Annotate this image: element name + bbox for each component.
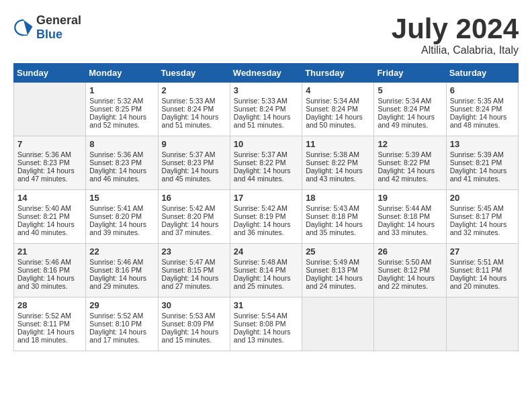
calendar-cell: 14Sunrise: 5:40 AMSunset: 8:21 PMDayligh… (14, 190, 86, 244)
calendar-cell: 5Sunrise: 5:34 AMSunset: 8:24 PMDaylight… (374, 83, 446, 136)
calendar-cell: 3Sunrise: 5:33 AMSunset: 8:24 PMDaylight… (230, 83, 302, 136)
daylight-text: Daylight: 14 hours and 51 minutes. (234, 113, 298, 129)
sunrise-text: Sunrise: 5:34 AM (378, 97, 442, 105)
sunset-text: Sunset: 8:18 PM (378, 212, 442, 220)
sunset-text: Sunset: 8:24 PM (378, 105, 442, 113)
sunset-text: Sunset: 8:24 PM (162, 105, 226, 113)
day-number: 15 (89, 193, 154, 203)
day-number: 12 (378, 139, 442, 149)
logo-blue: Blue (36, 28, 62, 41)
daylight-text: Daylight: 14 hours and 41 minutes. (450, 167, 515, 183)
daylight-text: Daylight: 14 hours and 25 minutes. (234, 274, 298, 290)
sunset-text: Sunset: 8:08 PM (234, 320, 298, 328)
day-number: 21 (17, 246, 82, 257)
sunrise-text: Sunrise: 5:39 AM (450, 150, 515, 158)
sunset-text: Sunset: 8:13 PM (306, 266, 370, 274)
sunset-text: Sunset: 8:24 PM (234, 105, 298, 113)
week-row-4: 21Sunrise: 5:46 AMSunset: 8:16 PMDayligh… (14, 244, 519, 298)
calendar-cell: 19Sunrise: 5:44 AMSunset: 8:18 PMDayligh… (374, 190, 446, 244)
calendar-cell: 8Sunrise: 5:36 AMSunset: 8:23 PMDaylight… (86, 136, 158, 190)
calendar-cell: 25Sunrise: 5:49 AMSunset: 8:13 PMDayligh… (302, 244, 374, 298)
sunrise-text: Sunrise: 5:36 AM (17, 150, 82, 158)
daylight-text: Daylight: 14 hours and 24 minutes. (306, 274, 370, 290)
daylight-text: Daylight: 14 hours and 45 minutes. (162, 167, 226, 183)
day-number: 6 (450, 85, 515, 95)
calendar-cell: 28Sunrise: 5:52 AMSunset: 8:11 PMDayligh… (14, 298, 86, 351)
calendar-cell: 18Sunrise: 5:43 AMSunset: 8:18 PMDayligh… (302, 190, 374, 244)
sunset-text: Sunset: 8:19 PM (234, 212, 298, 220)
weekday-header-wednesday: Wednesday (230, 64, 302, 83)
day-number: 2 (162, 85, 226, 95)
day-number: 19 (378, 193, 442, 203)
calendar-cell: 20Sunrise: 5:45 AMSunset: 8:17 PMDayligh… (446, 190, 518, 244)
logo-icon (13, 17, 34, 38)
calendar-cell: 12Sunrise: 5:39 AMSunset: 8:22 PMDayligh… (374, 136, 446, 190)
daylight-text: Daylight: 14 hours and 32 minutes. (450, 220, 515, 236)
sunrise-text: Sunrise: 5:52 AM (89, 312, 154, 320)
sunset-text: Sunset: 8:24 PM (450, 105, 515, 113)
sunrise-text: Sunrise: 5:54 AM (234, 312, 298, 320)
sunrise-text: Sunrise: 5:40 AM (17, 204, 82, 212)
sunset-text: Sunset: 8:10 PM (89, 320, 154, 328)
calendar-cell: 7Sunrise: 5:36 AMSunset: 8:23 PMDaylight… (14, 136, 86, 190)
sunrise-text: Sunrise: 5:46 AM (17, 258, 82, 266)
sunrise-text: Sunrise: 5:42 AM (234, 204, 298, 212)
sunrise-text: Sunrise: 5:38 AM (306, 150, 370, 158)
location-subtitle: Altilia, Calabria, Italy (392, 44, 519, 56)
sunrise-text: Sunrise: 5:42 AM (162, 204, 226, 212)
sunrise-text: Sunrise: 5:33 AM (234, 97, 298, 105)
daylight-text: Daylight: 14 hours and 33 minutes. (378, 220, 442, 236)
sunrise-text: Sunrise: 5:34 AM (306, 97, 370, 105)
sunrise-text: Sunrise: 5:39 AM (378, 150, 442, 158)
day-number: 9 (162, 139, 226, 149)
weekday-header-row: SundayMondayTuesdayWednesdayThursdayFrid… (14, 64, 519, 83)
day-number: 10 (234, 139, 298, 149)
sunset-text: Sunset: 8:20 PM (162, 212, 226, 220)
calendar-cell (302, 298, 374, 351)
daylight-text: Daylight: 14 hours and 46 minutes. (89, 167, 154, 183)
daylight-text: Daylight: 14 hours and 18 minutes. (17, 328, 82, 344)
logo-text: General Blue (36, 13, 81, 42)
calendar-cell: 31Sunrise: 5:54 AMSunset: 8:08 PMDayligh… (230, 298, 302, 351)
calendar-cell: 27Sunrise: 5:51 AMSunset: 8:11 PMDayligh… (446, 244, 518, 298)
daylight-text: Daylight: 14 hours and 49 minutes. (378, 113, 442, 129)
calendar-cell (14, 83, 86, 136)
calendar-cell: 30Sunrise: 5:53 AMSunset: 8:09 PMDayligh… (158, 298, 230, 351)
sunset-text: Sunset: 8:23 PM (17, 158, 82, 167)
day-number: 22 (89, 246, 154, 257)
day-number: 26 (378, 246, 442, 257)
day-number: 5 (378, 85, 442, 95)
calendar-cell: 22Sunrise: 5:46 AMSunset: 8:16 PMDayligh… (86, 244, 158, 298)
calendar-cell (446, 298, 518, 351)
weekday-header-thursday: Thursday (302, 64, 374, 83)
calendar-cell: 10Sunrise: 5:37 AMSunset: 8:22 PMDayligh… (230, 136, 302, 190)
sunset-text: Sunset: 8:20 PM (89, 212, 154, 220)
calendar-table: SundayMondayTuesdayWednesdayThursdayFrid… (13, 63, 519, 351)
calendar-cell: 29Sunrise: 5:52 AMSunset: 8:10 PMDayligh… (86, 298, 158, 351)
logo: General Blue (13, 13, 81, 42)
sunset-text: Sunset: 8:23 PM (89, 158, 154, 167)
calendar-cell: 23Sunrise: 5:47 AMSunset: 8:15 PMDayligh… (158, 244, 230, 298)
title-area: July 2024 Altilia, Calabria, Italy (392, 13, 519, 56)
logo-general: General (36, 13, 81, 27)
sunset-text: Sunset: 8:17 PM (450, 212, 515, 220)
sunset-text: Sunset: 8:22 PM (234, 158, 298, 167)
week-row-3: 14Sunrise: 5:40 AMSunset: 8:21 PMDayligh… (14, 190, 519, 244)
day-number: 14 (17, 193, 82, 203)
calendar-cell: 13Sunrise: 5:39 AMSunset: 8:21 PMDayligh… (446, 136, 518, 190)
sunrise-text: Sunrise: 5:43 AM (306, 204, 370, 212)
daylight-text: Daylight: 14 hours and 15 minutes. (162, 328, 226, 344)
day-number: 7 (17, 139, 82, 149)
sunrise-text: Sunrise: 5:50 AM (378, 258, 442, 266)
day-number: 13 (450, 139, 515, 149)
daylight-text: Daylight: 14 hours and 22 minutes. (378, 274, 442, 290)
sunrise-text: Sunrise: 5:32 AM (89, 97, 154, 105)
daylight-text: Daylight: 14 hours and 47 minutes. (17, 167, 82, 183)
sunrise-text: Sunrise: 5:46 AM (89, 258, 154, 266)
calendar-cell: 11Sunrise: 5:38 AMSunset: 8:22 PMDayligh… (302, 136, 374, 190)
daylight-text: Daylight: 14 hours and 13 minutes. (234, 328, 298, 344)
sunrise-text: Sunrise: 5:36 AM (89, 150, 154, 158)
weekday-header-tuesday: Tuesday (158, 64, 230, 83)
day-number: 8 (89, 139, 154, 149)
day-number: 27 (450, 246, 515, 257)
